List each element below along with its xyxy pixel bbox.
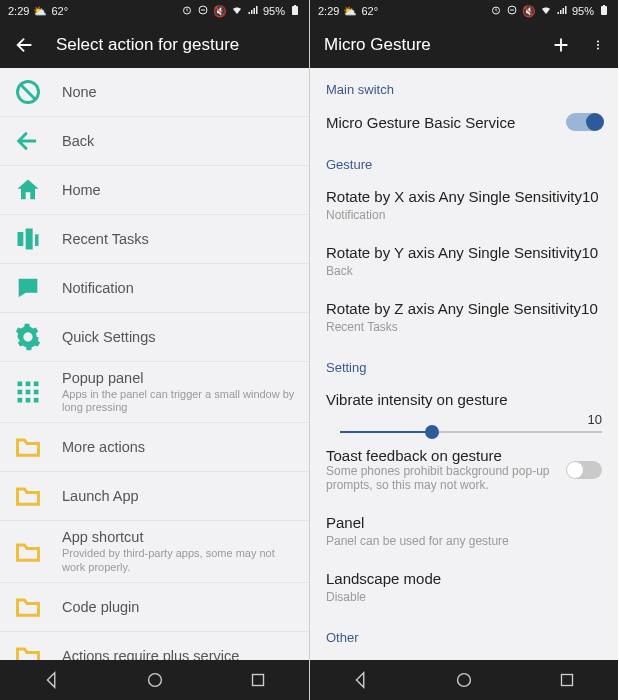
svg-rect-13 [34,390,39,395]
svg-point-26 [458,674,471,687]
battery-icon [289,4,301,18]
gesture-row[interactable]: Rotate by Y axis Any Single Sensitivity1… [310,234,618,290]
svg-rect-10 [34,382,39,387]
action-sub: Provided by third-party apps, some may n… [62,547,295,573]
action-label: Popup panel [62,370,295,386]
popup-icon [14,378,42,406]
toast-label: Toast feedback on gesture [326,447,556,464]
folder-icon [14,482,42,510]
settings-list: Main switch Micro Gesture Basic Service … [310,68,618,660]
action-back[interactable]: Back [0,117,309,166]
vibrate-row[interactable]: Vibrate intensity on gesture [310,381,618,412]
action-label: Notification [62,280,134,296]
svg-rect-2 [292,6,298,15]
alarm-icon [490,4,502,18]
phone-left: 2:29 ⛅ 62° 🔇 95% [0,0,309,700]
svg-rect-3 [294,5,296,6]
action-home[interactable]: Home [0,166,309,215]
svg-rect-7 [35,234,39,246]
more-icon[interactable] [592,34,604,56]
action-folder[interactable]: Actions require plus service [0,632,309,660]
svg-rect-11 [18,390,23,395]
action-folder[interactable]: More actions [0,423,309,472]
action-label: Home [62,182,101,198]
action-notif[interactable]: Notification [0,264,309,313]
phone-right: 2:29 ⛅ 62° 🔇 95% Micro Gesture [309,0,618,700]
wifi-icon [231,4,243,18]
appbar: Micro Gesture [310,22,618,68]
gesture-row[interactable]: Rotate by Z axis Any Single Sensitivity1… [310,290,618,346]
action-label: Code plugin [62,599,139,615]
svg-rect-16 [34,398,39,403]
status-temp: 62° [361,5,378,17]
status-time: 2:29 [8,5,29,17]
panel-label: Panel [326,514,602,531]
svg-rect-21 [601,6,607,15]
wifi-icon [540,4,552,18]
action-label: None [62,84,97,100]
basic-service-switch[interactable] [566,113,602,131]
nav-back-icon[interactable] [41,669,63,691]
nav-back-icon[interactable] [350,669,372,691]
basic-service-label: Micro Gesture Basic Service [326,114,515,131]
status-temp-icon: ⛅ [343,5,357,18]
toast-switch[interactable] [566,461,602,479]
svg-rect-6 [26,229,33,250]
nav-bar [0,660,309,700]
nav-home-icon[interactable] [144,669,166,691]
action-recent[interactable]: Recent Tasks [0,215,309,264]
gesture-sub: Notification [326,208,602,222]
basic-service-row[interactable]: Micro Gesture Basic Service [310,103,618,143]
gesture-sub: Recent Tasks [326,320,602,334]
toast-sub: Some phones prohibit background pop-up p… [326,464,556,492]
svg-rect-27 [561,675,572,686]
svg-rect-12 [26,390,31,395]
action-label: Launch App [62,488,139,504]
status-temp: 62° [51,5,68,17]
action-folder[interactable]: Launch App [0,472,309,521]
action-qs[interactable]: Quick Settings [0,313,309,362]
appbar: Select action for gesture [0,22,309,68]
panel-row[interactable]: Panel Panel can be used for any gesture [310,504,618,560]
svg-rect-22 [603,5,605,6]
landscape-row[interactable]: Landscape mode Disable [310,560,618,616]
nav-home-icon[interactable] [453,669,475,691]
action-label: More actions [62,439,145,455]
nav-recent-icon[interactable] [247,669,269,691]
svg-point-24 [597,44,599,46]
action-label: Back [62,133,94,149]
toast-row[interactable]: Toast feedback on gesture Some phones pr… [310,437,618,504]
home-icon [14,176,42,204]
section-main-switch: Main switch [310,68,618,103]
action-popup[interactable]: Popup panel Apps in the panel can trigge… [0,362,309,423]
nav-recent-icon[interactable] [556,669,578,691]
svg-point-25 [597,48,599,50]
section-setting: Setting [310,346,618,381]
vibrate-value: 10 [588,412,602,427]
back-icon [14,127,42,155]
panel-sub: Panel can be used for any gesture [326,534,602,548]
qs-icon [14,323,42,351]
page-title: Select action for gesture [56,35,295,55]
alarm-icon [181,4,193,18]
action-folder[interactable]: Code plugin [0,583,309,632]
back-arrow-icon[interactable] [14,34,36,56]
battery-icon [598,4,610,18]
svg-rect-9 [26,382,31,387]
add-icon[interactable] [550,34,572,56]
action-label: App shortcut [62,529,295,545]
gesture-row[interactable]: Rotate by X axis Any Single Sensitivity1… [310,178,618,234]
folder-icon [14,538,42,566]
status-time: 2:29 [318,5,339,17]
status-bar: 2:29 ⛅ 62° 🔇 95% [0,0,309,22]
vibrate-slider[interactable] [310,427,618,437]
folder-icon [14,593,42,621]
gesture-title: Rotate by X axis Any Single Sensitivity1… [326,188,602,205]
action-folder[interactable]: App shortcut Provided by third-party app… [0,521,309,582]
mute-icon: 🔇 [522,5,536,18]
action-label: Actions require plus service [62,648,239,660]
status-temp-icon: ⛅ [33,5,47,18]
action-none[interactable]: None [0,68,309,117]
notif-icon [14,274,42,302]
folder-icon [14,642,42,660]
